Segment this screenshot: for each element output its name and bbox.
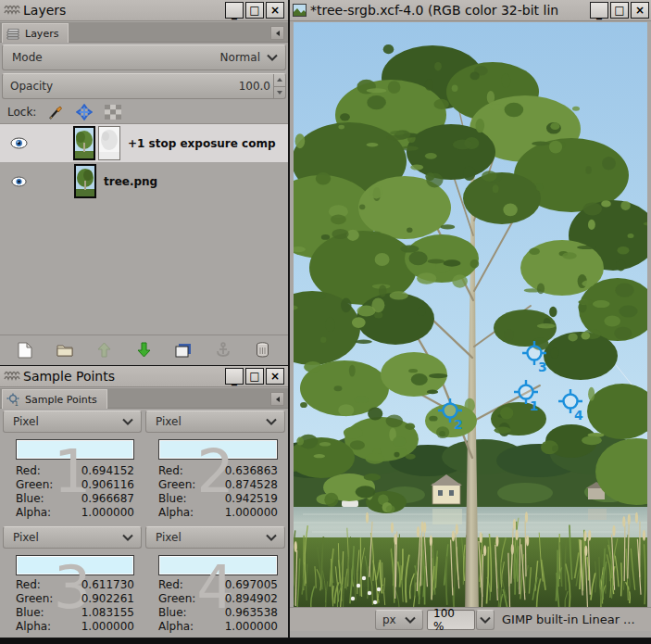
close-button[interactable]: × (266, 2, 284, 19)
layer-row-tree[interactable]: tree.png (0, 162, 288, 200)
chevron-down-icon (405, 616, 416, 624)
sample-points-window-title: Sample Points (23, 369, 115, 384)
maximize-button[interactable]: □ (245, 368, 264, 385)
maximize-button[interactable]: □ (610, 2, 629, 19)
blue-label: Blue: (158, 606, 187, 620)
close-button[interactable]: × (266, 368, 284, 385)
sample-4-color-swatch (158, 555, 278, 575)
layer-mask-thumbnail[interactable] (98, 126, 120, 160)
red-label: Red: (158, 464, 183, 478)
sample-points-tabbar: 1 Sample Points (0, 388, 288, 409)
layer-list: +1 stop exposure comp tree.png (0, 123, 288, 332)
sample-marker-number: 4 (574, 408, 583, 423)
alpha-value: 1.000000 (225, 620, 278, 634)
sample-3-color-swatch (16, 555, 134, 575)
lock-position-icon[interactable] (76, 104, 93, 120)
chevron-down-icon (266, 534, 277, 541)
red-value: 0.697005 (225, 578, 278, 592)
blue-label: Blue: (16, 606, 44, 620)
red-value: 0.636863 (225, 464, 278, 478)
layer-mode-select[interactable]: Mode Normal (2, 44, 286, 70)
red-label: Red: (16, 464, 41, 478)
status-text: GIMP built-in Linear ... (502, 612, 635, 626)
blue-value: 0.966687 (81, 492, 134, 506)
image-canvas[interactable]: 1234 (294, 22, 647, 613)
green-label: Green: (16, 478, 53, 492)
layer-opacity-value: 100.0 (239, 80, 270, 93)
tab-sample-points[interactable]: 1 Sample Points (2, 389, 107, 409)
minimize-button[interactable]: _ (225, 2, 244, 19)
sample-4-mode-select[interactable]: Pixel (145, 526, 285, 549)
chevron-down-icon (266, 418, 277, 425)
layers-window: Layers _ □ × Layers Mode (0, 0, 288, 366)
green-label: Green: (158, 478, 195, 492)
layer-opacity-slider[interactable]: Opacity 100.0 (2, 73, 286, 99)
dockable-menu-button[interactable] (270, 392, 284, 406)
sample-points-window: Sample Points _ □ × 1 Sample Points (0, 366, 288, 638)
alpha-value: 1.000000 (81, 620, 134, 634)
lock-alpha-icon[interactable] (105, 105, 121, 120)
tab-layers-label: Layers (25, 28, 58, 40)
spinner-down-icon[interactable] (277, 91, 282, 95)
layer-name: tree.png (104, 175, 157, 188)
sample-2-mode-select[interactable]: Pixel (145, 410, 285, 433)
duplicate-layer-button[interactable] (169, 337, 197, 363)
image-statusbar: px 100 % GIMP built-in Linear ... (290, 607, 651, 631)
sample-marker-number: 2 (454, 417, 463, 432)
sample-4-mode-value: Pixel (156, 531, 182, 544)
sample-1-mode-select[interactable]: Pixel (3, 410, 142, 433)
spinner-up-icon[interactable] (277, 78, 282, 82)
alpha-value: 1.000000 (225, 506, 278, 520)
minimize-button[interactable]: _ (590, 2, 608, 19)
green-value: 0.874528 (225, 478, 278, 492)
layer-mode-label: Mode (12, 51, 43, 64)
layers-titlebar[interactable]: Layers _ □ × (0, 0, 288, 21)
sample-point-panel-2: Pixel 2 Red:0.636863 Green:0.874528 Blue… (145, 410, 285, 525)
delete-layer-button[interactable] (249, 337, 277, 363)
anchor-layer-button[interactable] (209, 337, 237, 363)
sample-2-mode-value: Pixel (156, 415, 182, 428)
sample-3-mode-value: Pixel (13, 531, 39, 544)
zoom-input[interactable]: 100 % (427, 610, 475, 630)
maximize-button[interactable]: □ (245, 2, 264, 19)
blue-value: 1.083155 (81, 606, 134, 620)
green-value: 0.906116 (81, 478, 134, 492)
layer-thumbnail[interactable] (74, 164, 96, 198)
opacity-spinner[interactable] (273, 74, 285, 98)
close-button[interactable]: × (631, 2, 649, 19)
minimize-button[interactable]: _ (225, 368, 244, 385)
sample-3-mode-select[interactable]: Pixel (3, 526, 142, 549)
red-label: Red: (158, 578, 183, 592)
new-group-button[interactable] (51, 337, 79, 363)
image-thumbnail-icon (293, 4, 307, 17)
chevron-down-icon (480, 616, 491, 624)
layer-thumbnail[interactable] (73, 126, 95, 160)
unit-value: px (382, 613, 396, 626)
blue-value: 0.963538 (225, 606, 278, 620)
zoom-value: 100 % (433, 607, 469, 633)
zoom-select-button[interactable] (476, 610, 495, 630)
blue-value: 0.942519 (225, 492, 278, 506)
visibility-eye-icon[interactable] (11, 176, 27, 187)
alpha-label: Alpha: (16, 506, 51, 520)
layer-row-exposure[interactable]: +1 stop exposure comp (0, 124, 288, 162)
window-grip-icon (4, 4, 20, 17)
lock-row: Lock: (7, 102, 121, 122)
dockable-menu-button[interactable] (270, 26, 284, 40)
tab-layers[interactable]: Layers (2, 23, 69, 43)
unit-select[interactable]: px (375, 610, 423, 630)
green-value: 0.902261 (81, 592, 134, 606)
lock-paint-icon[interactable] (48, 105, 64, 120)
sample-points-titlebar[interactable]: Sample Points _ □ × (0, 366, 288, 387)
new-layer-button[interactable] (11, 337, 39, 363)
image-titlebar[interactable]: *tree-srgb.xcf-4.0 (RGB color 32-bit lin… (290, 0, 651, 21)
sample-point-panel-4: Pixel 4 Red:0.697005 Green:0.894902 Blue… (145, 526, 285, 637)
raise-layer-button[interactable] (91, 337, 119, 363)
red-value: 0.611730 (81, 578, 134, 592)
lower-layer-button[interactable] (130, 337, 157, 363)
alpha-label: Alpha: (158, 506, 194, 520)
dockable-menu-icon (274, 396, 282, 403)
layer-opacity-label: Opacity (10, 80, 53, 93)
visibility-eye-icon[interactable] (10, 137, 28, 149)
green-label: Green: (158, 592, 195, 606)
